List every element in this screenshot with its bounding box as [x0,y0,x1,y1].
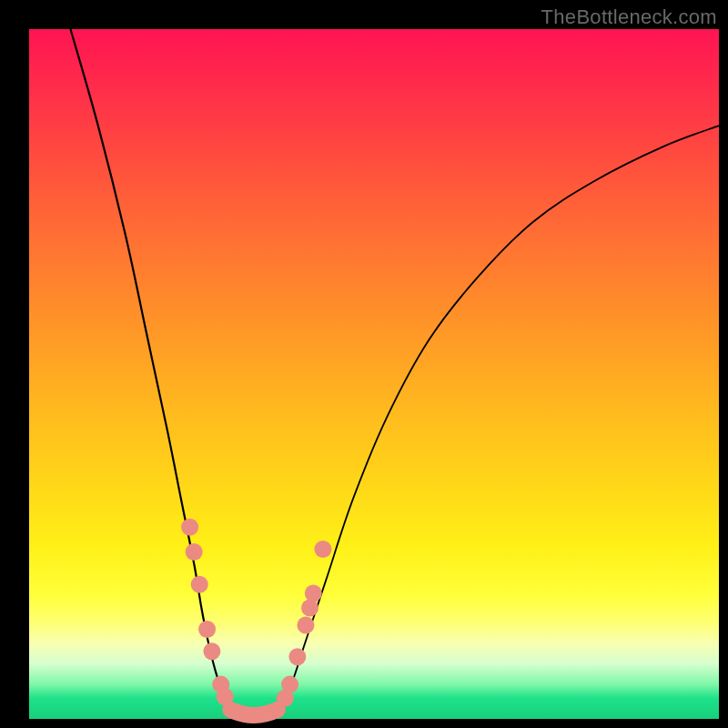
data-marker [217,688,234,705]
data-marker [288,648,306,665]
left-markers [181,519,234,705]
left-branch-curve [70,29,236,712]
data-marker [281,676,298,693]
valley-highlight [230,710,278,715]
chart-overlay [29,29,719,719]
right-markers [277,541,332,707]
right-branch-curve [278,126,719,712]
data-marker [305,585,322,602]
data-marker [181,519,198,536]
data-marker [203,642,220,660]
chart-frame: TheBottleneck.com [0,0,728,728]
data-marker [191,576,208,593]
data-marker [314,541,331,558]
watermark-text: TheBottleneck.com [541,5,717,29]
data-marker [186,543,203,561]
data-marker [297,616,314,633]
data-marker [198,621,216,638]
data-marker [301,599,318,616]
plot-area [29,29,719,719]
